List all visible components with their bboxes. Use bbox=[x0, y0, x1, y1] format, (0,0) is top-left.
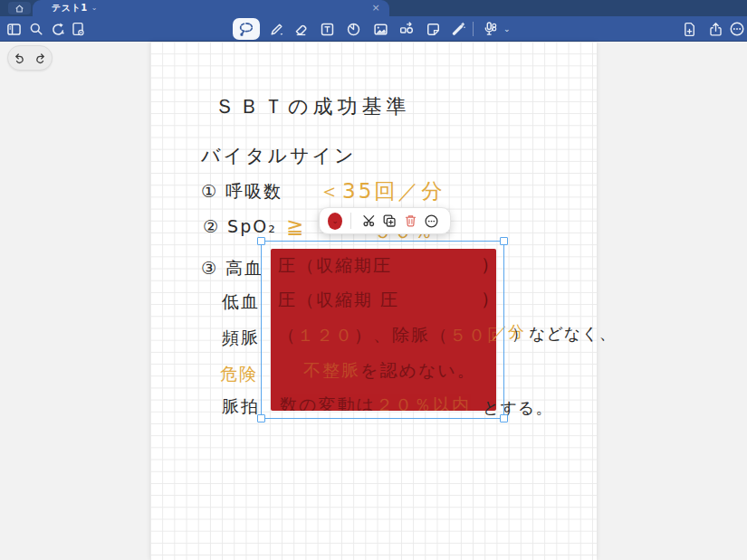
line1-label: ① 呼吸数 bbox=[201, 180, 283, 204]
selection-handle-bottom-right[interactable] bbox=[500, 414, 508, 422]
tab-close-icon[interactable]: × bbox=[369, 1, 382, 15]
selection-bounding-box[interactable] bbox=[261, 241, 504, 419]
eraser-tool-icon[interactable] bbox=[289, 16, 312, 42]
home-button[interactable] bbox=[8, 2, 31, 14]
home-icon bbox=[14, 4, 24, 14]
sticky-note-tool-icon[interactable] bbox=[421, 16, 445, 42]
line3-label: ③ 高血 bbox=[201, 257, 263, 280]
toolbar-divider bbox=[473, 22, 474, 36]
page-overview-icon[interactable] bbox=[2, 16, 25, 42]
elements-tool-icon[interactable] bbox=[395, 16, 418, 42]
tab-title: テスト1 bbox=[52, 2, 88, 14]
note-title: ＳＢＴの成功基準 bbox=[215, 93, 411, 120]
scissors-icon bbox=[362, 214, 377, 228]
pointer-tool-icon[interactable] bbox=[446, 16, 470, 42]
selection-handle-bottom-left[interactable] bbox=[257, 414, 265, 422]
pen-tool-icon[interactable] bbox=[264, 16, 288, 42]
line5-right-black: ）などなく、 bbox=[512, 323, 617, 345]
canvas-area: ＳＢＴの成功基準 バイタルサイン ① 呼吸数 ＜35回／分 ② SpO₂ ≧ ９… bbox=[0, 42, 747, 560]
trash-icon bbox=[404, 214, 417, 228]
share-icon[interactable] bbox=[704, 16, 727, 42]
undo-icon[interactable] bbox=[13, 52, 26, 64]
page-template-icon[interactable] bbox=[66, 16, 90, 42]
tab-test1[interactable]: テスト1 ⌄ × bbox=[33, 0, 389, 16]
more-icon[interactable] bbox=[725, 16, 747, 42]
redo-icon[interactable] bbox=[34, 52, 47, 64]
search-icon[interactable] bbox=[24, 16, 48, 42]
note-subtitle: バイタルサイン bbox=[201, 143, 356, 168]
lasso-tool-icon[interactable] bbox=[235, 16, 258, 42]
copy-icon bbox=[382, 214, 397, 228]
delete-button[interactable] bbox=[400, 208, 421, 233]
selection-handle-top-left[interactable] bbox=[257, 237, 265, 245]
line2-label: ② SpO₂ bbox=[203, 216, 277, 236]
more-options-button[interactable] bbox=[421, 208, 442, 233]
menu-divider bbox=[350, 213, 351, 229]
line2-value-a: ≧ bbox=[286, 214, 303, 238]
add-page-icon[interactable] bbox=[677, 16, 701, 42]
line5-label: 頻脈 bbox=[222, 327, 260, 350]
line1-value: ＜35回／分 bbox=[319, 177, 445, 205]
image-tool-icon[interactable] bbox=[369, 16, 392, 42]
tab-chevron-down-icon[interactable]: ⌄ bbox=[91, 4, 98, 12]
copy-button[interactable] bbox=[379, 208, 400, 233]
cut-button[interactable] bbox=[359, 208, 379, 233]
selection-context-menu: ⌄ bbox=[319, 207, 451, 234]
audio-chevron-down-icon[interactable]: ⌄ bbox=[503, 24, 511, 33]
text-tool-icon[interactable] bbox=[315, 16, 339, 42]
tab-strip: テスト1 ⌄ × bbox=[0, 0, 747, 16]
undo-redo-pill bbox=[7, 45, 53, 71]
line4-label: 低血 bbox=[222, 290, 260, 314]
shapes-tool-icon[interactable] bbox=[341, 16, 365, 42]
line6-label: 危険 bbox=[220, 363, 258, 386]
main-toolbar: ⌄ bbox=[0, 16, 747, 42]
color-chevron-down-icon: ⌄ bbox=[331, 216, 339, 225]
fill-color-button[interactable]: ⌄ bbox=[328, 213, 342, 230]
audio-record-icon[interactable] bbox=[478, 16, 502, 42]
more-options-icon bbox=[424, 214, 439, 229]
line7-label: 脈拍 bbox=[222, 395, 260, 419]
selection-handle-top-right[interactable] bbox=[500, 237, 508, 245]
